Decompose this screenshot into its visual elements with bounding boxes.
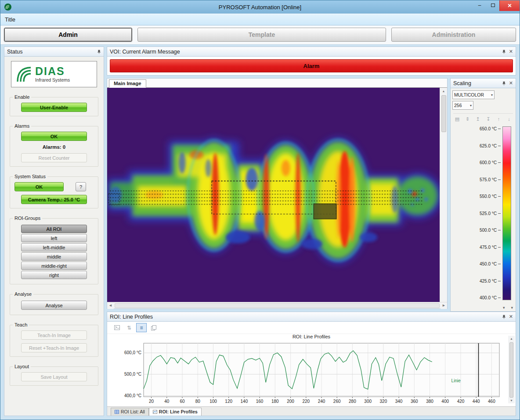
colorbar-scale-label: 400.0 °C bbox=[480, 295, 501, 300]
subtitle-bar: Title bbox=[0, 14, 520, 25]
tab-admin[interactable]: Admin bbox=[4, 28, 132, 42]
scale-settings-icon[interactable]: ▤ bbox=[453, 115, 461, 123]
layout-group: Layout Save Layout bbox=[10, 366, 98, 386]
upper-limit-down-icon[interactable]: ↧ bbox=[484, 115, 492, 123]
analyse-button[interactable]: Analyse bbox=[21, 301, 87, 310]
x-tick-label: 420 bbox=[457, 399, 465, 404]
lower-limit-up-icon[interactable]: ↑ bbox=[495, 115, 502, 123]
close-panel-icon[interactable]: ✕ bbox=[509, 49, 513, 54]
list-view-icon[interactable]: ≡ bbox=[136, 323, 147, 332]
teach-in-button[interactable]: Teach-In Image bbox=[21, 330, 87, 340]
thermal-image-canvas[interactable] bbox=[107, 88, 440, 302]
scrollbar-thumb[interactable] bbox=[509, 342, 513, 398]
pin-icon[interactable] bbox=[97, 50, 101, 54]
maximize-button[interactable] bbox=[486, 0, 499, 10]
alarms-group: Alarms OK Alarms: 0 Reset Counter bbox=[10, 126, 98, 167]
close-icon: ✕ bbox=[507, 3, 512, 9]
lower-limit-down-icon[interactable]: ↓ bbox=[505, 115, 513, 123]
scroll-down-icon[interactable]: ▼ bbox=[509, 398, 514, 403]
tab-template[interactable]: Template bbox=[137, 28, 386, 42]
y-tick-label: 500,0 °C bbox=[124, 372, 141, 377]
scroll-left-icon[interactable]: ◀ bbox=[107, 302, 114, 309]
y-tick-label: 600,0 °C bbox=[124, 350, 141, 355]
save-layout-button[interactable]: Save Layout bbox=[21, 372, 87, 381]
thermal-image bbox=[107, 88, 440, 302]
x-tick-label: 80 bbox=[195, 399, 201, 404]
copy-icon[interactable] bbox=[148, 323, 159, 332]
scrollbar-thumb[interactable] bbox=[115, 303, 440, 308]
reset-counter-button[interactable]: Reset Counter bbox=[21, 153, 87, 162]
close-button[interactable]: ✕ bbox=[499, 0, 520, 11]
minimize-icon: – bbox=[478, 2, 481, 8]
tab-roi-list[interactable]: ROI List: All bbox=[111, 408, 149, 416]
roi-group-middle-right[interactable]: middle-right bbox=[21, 262, 87, 270]
app-logo-icon bbox=[4, 3, 12, 11]
roi-group-left-middle[interactable]: left-middle bbox=[21, 243, 87, 251]
levels-select[interactable]: 256 ▾ bbox=[452, 101, 473, 110]
image-horizontal-scrollbar[interactable]: ◀ ▶ bbox=[107, 302, 447, 309]
close-panel-icon[interactable]: ✕ bbox=[509, 81, 513, 86]
maximize-icon bbox=[491, 4, 495, 7]
analyse-group-label: Analyse bbox=[13, 291, 33, 297]
x-tick-label: 240 bbox=[318, 399, 325, 404]
palette-value: MULTICOLOR bbox=[454, 92, 484, 97]
status-panel-header: Status bbox=[4, 47, 104, 57]
pin-icon[interactable] bbox=[502, 81, 506, 86]
voi-panel-body: Alarm bbox=[107, 57, 516, 75]
sort-icon[interactable]: ⇅ bbox=[124, 323, 134, 332]
subtitle-label: Title bbox=[5, 16, 15, 23]
scroll-up-icon[interactable]: ▲ bbox=[441, 88, 447, 94]
scroll-up-icon[interactable]: ▲ bbox=[509, 336, 514, 341]
line-profiles-header: ROI: Line Profiles ✕ bbox=[107, 312, 516, 322]
roi-group-all[interactable]: All ROI bbox=[21, 225, 87, 233]
line-chart-icon bbox=[153, 410, 157, 414]
x-tick-label: 360 bbox=[411, 399, 418, 404]
alarm-banner: Alarm bbox=[110, 59, 513, 72]
palette-select[interactable]: MULTICOLOR ▾ bbox=[452, 90, 495, 99]
image-vertical-scrollbar[interactable]: ▲ bbox=[440, 88, 447, 302]
minimize-button[interactable]: – bbox=[473, 0, 486, 10]
colorbar bbox=[502, 126, 511, 300]
status-panel-body: DIAS Infrared Systems Enable User-Enable… bbox=[4, 57, 104, 416]
layout-group-label: Layout bbox=[13, 364, 31, 369]
x-tick-label: 300 bbox=[364, 399, 372, 404]
x-tick-label: 460 bbox=[488, 399, 495, 404]
upper-limit-up-icon[interactable]: ↥ bbox=[474, 115, 482, 123]
workspace: Status DIAS Infrared Systems Enable bbox=[0, 45, 520, 420]
colorbar-option-icon[interactable]: ▾ bbox=[511, 306, 513, 310]
help-button[interactable]: ? bbox=[76, 182, 86, 191]
tab-main-image[interactable]: Main Image bbox=[109, 79, 146, 88]
roi-group-right[interactable]: right bbox=[21, 271, 87, 279]
roi-group-middle[interactable]: middle bbox=[21, 252, 87, 261]
profiles-vertical-scrollbar[interactable]: ▲ ▼ bbox=[508, 336, 515, 403]
roi-groups-label: ROI-Groups bbox=[13, 215, 42, 221]
tab-administration[interactable]: Administration bbox=[391, 28, 516, 42]
pin-icon[interactable] bbox=[502, 315, 506, 319]
alarms-ok-button[interactable]: OK bbox=[21, 132, 87, 141]
colorbar-option-icon[interactable]: ▾ bbox=[503, 306, 505, 310]
center-area: VOI: Current Alarm Message ✕ Alarm Main … bbox=[107, 47, 516, 416]
roi-group-left[interactable]: left bbox=[21, 234, 87, 242]
tab-line-profiles[interactable]: ROI: Line Profiles bbox=[149, 408, 202, 416]
image-tabstrip: Main Image bbox=[107, 79, 447, 88]
system-ok-button[interactable]: OK bbox=[14, 182, 64, 191]
chevron-down-icon: ▾ bbox=[470, 104, 472, 108]
pin-icon[interactable] bbox=[502, 50, 506, 54]
autoscale-icon[interactable]: ⇕ bbox=[464, 115, 472, 123]
x-tick-label: 340 bbox=[395, 399, 403, 404]
close-panel-icon[interactable]: ✕ bbox=[509, 314, 513, 319]
system-status-group: System Status OK ? Camera Temp.: 25.0 °C bbox=[10, 176, 98, 208]
export-image-icon[interactable] bbox=[112, 323, 122, 332]
x-tick-label: 120 bbox=[225, 399, 232, 404]
colorbar-scale-label: 425.0 °C bbox=[480, 279, 501, 284]
x-tick-label: 320 bbox=[380, 399, 387, 404]
scroll-right-icon[interactable]: ▶ bbox=[441, 302, 447, 309]
scrollbar-thumb[interactable] bbox=[441, 95, 446, 132]
user-enable-button[interactable]: User-Enable bbox=[21, 103, 87, 112]
colorbar-scale-label: 600.0 °C bbox=[480, 160, 501, 165]
colorbar-scale-label: 575.0 °C bbox=[480, 177, 501, 182]
system-status-label: System Status bbox=[13, 174, 47, 179]
reset-teach-in-button[interactable]: Reset +Teach-In Image bbox=[21, 343, 87, 352]
enable-group-label: Enable bbox=[13, 94, 31, 100]
camera-temp-button[interactable]: Camera Temp.: 25.0 °C bbox=[21, 195, 87, 204]
